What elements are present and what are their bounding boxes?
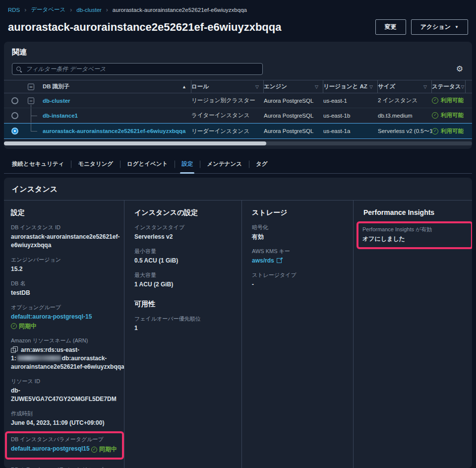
size-cell: db.t3.medium xyxy=(378,113,432,119)
sync-status-text: 同期中 xyxy=(99,445,117,454)
column-header-size[interactable]: サイズ▽ xyxy=(378,80,432,93)
modify-button[interactable]: 変更 xyxy=(375,19,406,35)
column-header-db-identifier[interactable]: DB 識別子▲ xyxy=(43,80,191,93)
annotation-highlight-box: Performance Insights が有効 オフにしました xyxy=(357,221,472,249)
related-panel: 関連 ⚙ − DB 識別子▲ ロール▽ エンジン▽ リージョンと AZ▽ サイズ… xyxy=(4,42,472,149)
instance-parameter-group-link[interactable]: default.aurora-postgresql15 xyxy=(11,445,90,452)
tab-logs-events[interactable]: ログとイベント xyxy=(120,155,175,173)
radio-button[interactable] xyxy=(11,97,18,104)
field-value: オフにしました xyxy=(362,235,467,243)
column-header-engine[interactable]: エンジン▽ xyxy=(264,80,323,93)
field-failover-priority: フェイルオーバー優先順位 1 xyxy=(134,316,236,333)
search-icon xyxy=(16,66,22,72)
title-row: aurorastack-aurorainstance2e52621ef-e6wi… xyxy=(8,19,468,35)
field-db-name: DB 名 testDB xyxy=(11,280,118,297)
filter-input[interactable] xyxy=(12,63,263,75)
breadcrumb: RDS › データベース › db-cluster › aurorastack-… xyxy=(8,6,468,13)
column-header-status[interactable]: ステータス▽ xyxy=(432,80,466,93)
field-arn: Amazon リソースネーム (ARN) arn:aws:rds:us-east… xyxy=(11,337,118,371)
field-value: 15.2 xyxy=(11,265,118,273)
kms-key-link[interactable]: aws/rds xyxy=(252,257,274,264)
size-cell: Serverless v2 (0.5〜1 ACU) xyxy=(378,128,432,135)
value-line: aurorainstance2e52621ef-e6wiuyzxbqqa xyxy=(11,363,118,371)
collapse-all-icon[interactable]: − xyxy=(28,83,34,90)
page-title: aurorastack-aurorainstance2e52621ef-e6wi… xyxy=(8,21,281,34)
tab-maintenance[interactable]: メンテナンス xyxy=(200,155,249,173)
actions-button[interactable]: アクション▼ xyxy=(411,19,468,35)
db-table: − DB 識別子▲ ロール▽ エンジン▽ リージョンと AZ▽ サイズ▽ ステー… xyxy=(4,80,472,145)
status-text: 利用可能 xyxy=(441,112,464,119)
sort-down-icon: ▽ xyxy=(369,84,373,89)
field-performance-insights-enabled: Performance Insights が有効 オフにしました xyxy=(362,226,467,243)
region-cell: us-east-1 xyxy=(323,98,378,104)
tab-monitoring[interactable]: モニタリング xyxy=(71,155,120,173)
collapse-row-icon[interactable]: − xyxy=(28,97,34,104)
caret-down-icon: ▼ xyxy=(455,25,459,29)
field-label: オプショングループ xyxy=(11,304,118,311)
field-value: 1 xyxy=(134,324,236,333)
performance-insights-header: Performance Insights xyxy=(363,208,466,216)
field-label: AWS KMS キー xyxy=(252,248,347,255)
value-line: db:aurorastack- xyxy=(62,355,107,362)
field-label: インスタンスタイプ xyxy=(134,224,236,231)
db-identifier-link[interactable]: db-instance1 xyxy=(43,113,78,119)
tree-line xyxy=(31,105,31,108)
sync-status-badge: ✓同期中 xyxy=(11,322,37,331)
table-row-reader-instance[interactable]: aurorastack-aurorainstance2e52621ef-e6wi… xyxy=(4,123,472,139)
detail-tabs: 接続とセキュリティ モニタリング ログとイベント 設定 メンテナンス タグ xyxy=(4,155,472,174)
field-storage-type: ストレージタイプ - xyxy=(252,272,347,289)
breadcrumb-current: aurorastack-aurorainstance2e52621ef-e6wi… xyxy=(113,7,247,13)
field-label: リソース ID xyxy=(11,378,118,385)
actions-button-label: アクション xyxy=(420,23,451,30)
field-value: default.aurora-postgresql15 ✓同期中 xyxy=(11,445,118,454)
breadcrumb-databases[interactable]: データベース xyxy=(31,6,65,13)
scrollbar-thumb[interactable] xyxy=(4,141,266,145)
column-header-role[interactable]: ロール▽ xyxy=(191,80,264,93)
db-identifier-link[interactable]: aurorastack-aurorainstance2e52621ef-e6wi… xyxy=(43,128,185,134)
option-group-link[interactable]: default:aurora-postgresql-15 xyxy=(11,313,92,320)
status-cell: ✓利用可能 xyxy=(432,128,466,135)
settings-gear-icon[interactable]: ⚙ xyxy=(456,65,463,73)
table-row-db-cluster[interactable]: − db-cluster リージョン別クラスター Aurora PostgreS… xyxy=(4,93,472,108)
field-label: DB 名 xyxy=(11,280,118,287)
tab-configuration[interactable]: 設定 xyxy=(175,155,200,173)
breadcrumb-db-cluster[interactable]: db-cluster xyxy=(76,7,102,13)
field-value: default:aurora-postgresql-15 ✓同期中 xyxy=(11,313,118,331)
field-instance-type: インスタンスタイプ Serverless v2 xyxy=(134,224,236,241)
breadcrumb-rds[interactable]: RDS xyxy=(8,7,20,13)
column-header-region-az[interactable]: リージョンと AZ▽ xyxy=(323,80,378,93)
tree-branch xyxy=(31,131,37,132)
sort-down-icon: ▽ xyxy=(461,84,465,89)
field-db-instance-id: DB インスタンス ID aurorastack-aurorainstance2… xyxy=(11,224,118,250)
collapse-all-header[interactable]: − xyxy=(26,80,43,93)
column-label: ロール xyxy=(191,83,209,90)
sort-down-icon: ▽ xyxy=(423,84,427,89)
check-circle-icon: ✓ xyxy=(91,447,97,453)
engine-cell: Aurora PostgreSQL xyxy=(264,98,323,104)
column-header-filler xyxy=(466,80,472,93)
horizontal-scrollbar[interactable] xyxy=(4,141,472,145)
tab-connectivity-security[interactable]: 接続とセキュリティ xyxy=(5,155,71,173)
tree-branch xyxy=(31,116,37,116)
field-encryption: 暗号化 有効 xyxy=(252,224,347,241)
title-actions: 変更 アクション▼ xyxy=(375,19,468,35)
field-value: 0.5 ACU (1 GiB) xyxy=(134,257,236,265)
field-value: db-ZUWE5VGA7C47GY2OMGFL5DE7DM xyxy=(11,387,118,403)
instance-settings-header: インスタンスの設定 xyxy=(134,208,236,217)
tab-tags[interactable]: タグ xyxy=(249,155,275,173)
radio-button-selected[interactable] xyxy=(11,128,18,134)
field-value: 1 ACU (2 GiB) xyxy=(134,280,236,289)
value-line: arn:aws:rds:us-east- xyxy=(21,346,79,353)
copy-icon[interactable] xyxy=(11,346,17,353)
radio-button[interactable] xyxy=(11,112,18,119)
field-value: testDB xyxy=(11,289,118,297)
sync-status-badge: ✓同期中 xyxy=(91,445,117,454)
db-identifier-link[interactable]: db-cluster xyxy=(43,98,70,104)
table-row-db-instance1[interactable]: db-instance1 ライターインスタンス Aurora PostgreSQ… xyxy=(4,108,472,123)
field-label: 暗号化 xyxy=(252,224,347,231)
field-value: 有効 xyxy=(252,233,347,241)
instance-settings-column: インスタンスの設定 インスタンスタイプ Serverless v2 最小容量 0… xyxy=(124,201,241,468)
column-label: DB 識別子 xyxy=(43,83,69,90)
value-line: e6wiuyzxbqqa xyxy=(11,241,118,250)
region-cell: us-east-1b xyxy=(323,113,378,119)
